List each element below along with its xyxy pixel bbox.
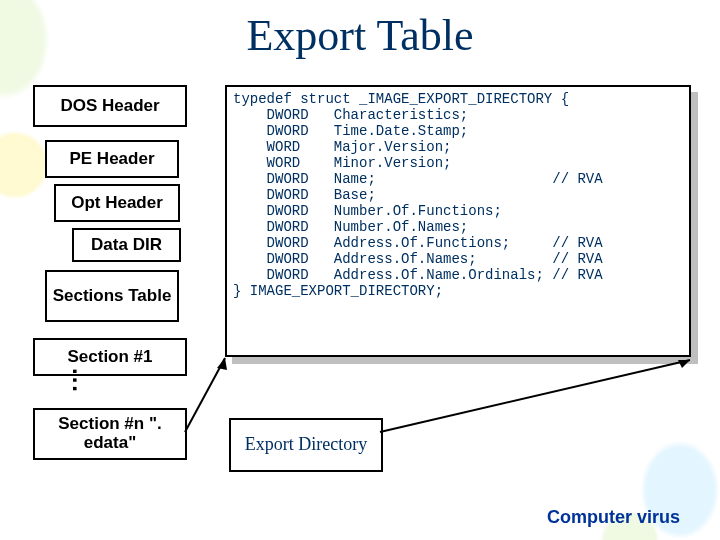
svg-line-2 (380, 360, 690, 432)
pointer-edata-to-code (0, 0, 720, 540)
svg-marker-1 (217, 358, 227, 370)
footer-text: Computer virus (547, 507, 680, 528)
svg-marker-3 (678, 360, 690, 368)
svg-line-0 (185, 358, 225, 432)
slide: Export Table DOS Header PE Header Opt He… (0, 0, 720, 540)
